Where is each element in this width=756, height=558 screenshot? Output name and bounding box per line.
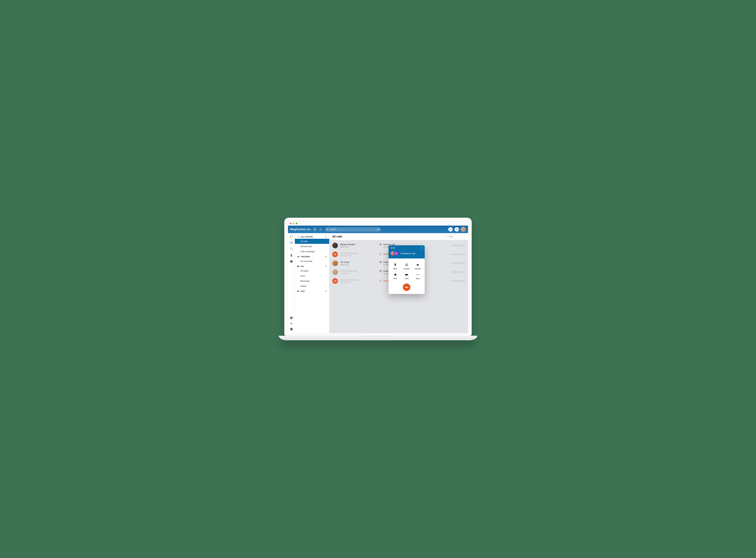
svg-point-26 — [406, 264, 407, 264]
video-button[interactable]: Video — [401, 271, 412, 281]
svg-point-21 — [299, 256, 299, 257]
minimize-icon[interactable] — [421, 247, 423, 249]
svg-point-16 — [291, 254, 292, 255]
help-icon[interactable] — [290, 328, 293, 331]
dialpad-button[interactable] — [448, 227, 453, 231]
participant-avatars: KK — [390, 251, 399, 256]
svg-point-0 — [327, 229, 328, 230]
section-fax[interactable]: FAX — [295, 264, 329, 268]
svg-point-25 — [405, 264, 406, 264]
missed-call-icon — [379, 279, 382, 282]
keypad-button[interactable]: Keypad — [401, 261, 412, 271]
search-input[interactable] — [330, 228, 376, 230]
svg-point-7 — [450, 229, 450, 230]
svg-rect-24 — [421, 248, 423, 248]
contacts-icon[interactable] — [290, 254, 293, 257]
section-call-history[interactable]: CALL HISTORY — [295, 234, 329, 239]
apps-icon[interactable] — [290, 316, 293, 320]
nav-rail — [288, 233, 295, 333]
brand-title: RingCentral, Inc. — [290, 228, 311, 231]
sidebar-item-all-voicemail[interactable]: All voicemail — [295, 259, 329, 264]
svg-point-12 — [451, 230, 451, 230]
sidebar-item-call-recordings[interactable]: Call recordings — [295, 249, 329, 254]
svg-point-9 — [451, 229, 451, 230]
clear-search-icon[interactable] — [377, 229, 379, 230]
profile-avatar[interactable] — [461, 227, 466, 232]
video-icon[interactable] — [290, 241, 293, 244]
placeholder-line — [340, 255, 351, 256]
section-voicemail[interactable]: VOICEMAIL — [295, 254, 329, 259]
section-label: TEXT — [300, 290, 305, 292]
svg-point-27 — [407, 264, 408, 264]
mute-button[interactable]: Mute — [389, 261, 401, 271]
new-button[interactable] — [455, 227, 459, 231]
sidebar-item-all-calls[interactable]: All calls — [295, 239, 329, 244]
sidebar-item-all-faxes[interactable]: All faxes — [295, 268, 329, 273]
caller-phone: (650) 333- — [340, 264, 376, 266]
sidebar-item-received[interactable]: Received — [295, 279, 329, 284]
svg-point-37 — [417, 274, 417, 275]
page-title: All calls — [332, 235, 342, 238]
phone-small-icon — [297, 236, 299, 238]
svg-rect-14 — [456, 229, 457, 230]
svg-point-33 — [407, 265, 408, 266]
more-button[interactable]: More — [412, 271, 424, 281]
svg-rect-23 — [298, 266, 299, 267]
section-label: CALL HISTORY — [300, 236, 313, 238]
window-minimize-dot[interactable] — [293, 223, 295, 224]
svg-point-20 — [297, 256, 298, 257]
active-call-window[interactable]: 00:03 KK Conference call Mute Keypad Sp — [388, 245, 425, 294]
svg-point-31 — [405, 265, 406, 266]
window-close-dot[interactable] — [290, 223, 292, 224]
text-icon — [297, 290, 299, 292]
laptop-base — [279, 336, 477, 340]
svg-point-29 — [406, 264, 407, 265]
svg-point-4 — [450, 229, 450, 229]
messages-icon[interactable] — [290, 235, 293, 238]
sidebar: CALL HISTORY All calls Missed calls Call… — [295, 233, 329, 333]
svg-point-32 — [406, 265, 407, 266]
call-title: Conference call — [400, 252, 415, 255]
avatar: LB — [332, 278, 338, 284]
svg-point-28 — [405, 264, 406, 265]
fax-icon — [297, 265, 299, 267]
avatar — [332, 269, 338, 275]
placeholder-line — [340, 253, 358, 254]
end-call-button[interactable] — [403, 283, 410, 291]
voicemail-icon — [297, 256, 299, 257]
add-button[interactable]: Add — [389, 271, 401, 281]
window-titlebar — [288, 221, 468, 226]
phone-icon[interactable] — [290, 247, 293, 251]
window-zoom-dot[interactable] — [296, 223, 298, 224]
search-field[interactable] — [325, 227, 381, 231]
section-label: FAX — [300, 265, 304, 267]
caller-name: Martyn Daniele — [340, 243, 376, 246]
svg-point-17 — [291, 323, 292, 324]
nav-forward-button[interactable] — [319, 228, 322, 231]
nav-back-button[interactable] — [313, 228, 317, 231]
svg-point-39 — [419, 274, 420, 275]
participant-initials: KK — [394, 251, 399, 256]
caller-name: Yin Chan — [340, 261, 376, 263]
chevron-up-icon — [325, 265, 327, 267]
chevron-up-icon — [325, 236, 327, 237]
inbound-call-icon — [379, 243, 382, 246]
inbox-icon[interactable] — [290, 260, 293, 263]
svg-point-10 — [450, 230, 450, 230]
main-header: All calls Filter — [329, 233, 468, 240]
svg-rect-15 — [290, 242, 292, 243]
chevron-up-icon — [325, 256, 327, 257]
settings-icon[interactable] — [290, 322, 293, 325]
sidebar-item-sent[interactable]: Sent — [295, 273, 329, 279]
main-pane: All calls Filter Martyn Daniele (650) 76… — [329, 233, 468, 333]
sidebar-item-failed[interactable]: Failed — [295, 284, 329, 289]
speaker-button[interactable]: Speaker — [412, 261, 424, 271]
caller-phone: (650) 765- — [340, 246, 376, 248]
sidebar-item-missed-calls[interactable]: Missed calls — [295, 244, 329, 249]
call-timer: 00:03 — [390, 247, 395, 249]
filter-label: Filter — [449, 235, 453, 238]
section-text[interactable]: TEXT — [295, 289, 329, 293]
row-actions — [451, 245, 465, 247]
chevron-up-icon — [325, 290, 327, 292]
filter-button[interactable]: Filter — [444, 234, 465, 239]
